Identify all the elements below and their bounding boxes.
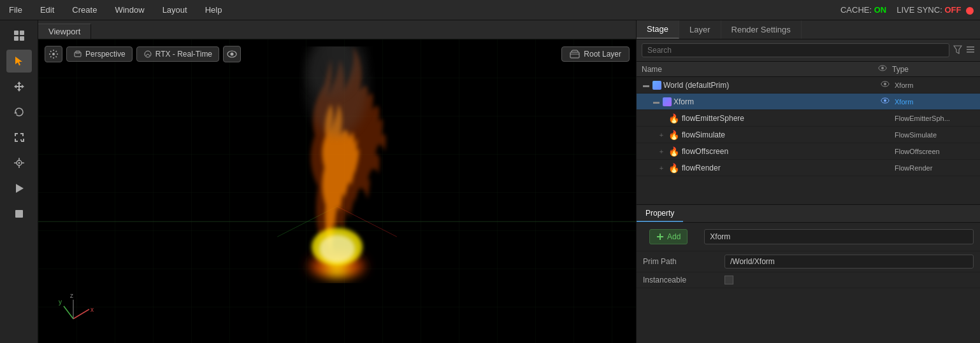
search-input[interactable] <box>642 43 949 57</box>
viewport-area: Viewport <box>38 20 636 343</box>
tab-stage[interactable]: Stage <box>637 20 679 39</box>
root-layer-btn[interactable]: Root Layer <box>561 46 630 62</box>
settings-btn[interactable] <box>45 46 62 62</box>
world-vis[interactable] <box>876 80 895 90</box>
tree-item-xform[interactable]: ▬ Xform Xform <box>637 94 980 110</box>
svg-rect-0 <box>14 31 18 35</box>
xform-type: Xform <box>895 98 977 106</box>
tree-item-flow-offscreen[interactable]: + 🔥 flowOffscreen FlowOffscreen <box>637 143 980 160</box>
viewport-tab[interactable]: Viewport <box>38 24 91 39</box>
fire-icon-offscreen: 🔥 <box>668 146 679 157</box>
stop-btn[interactable] <box>6 202 32 225</box>
grid-btn[interactable] <box>6 24 32 47</box>
xform-type-input[interactable] <box>704 229 974 244</box>
menu-file[interactable]: File <box>6 4 25 16</box>
svg-line-33 <box>73 309 89 319</box>
render-label: flowRender <box>682 164 876 172</box>
menubar: File Edit Create Window Layout Help CACH… <box>0 0 980 20</box>
world-label: World (defaultPrim) <box>663 81 876 90</box>
tab-property[interactable]: Property <box>637 205 683 222</box>
svg-text:y: y <box>59 298 62 305</box>
main-layout: Viewport <box>0 20 980 343</box>
select-btn[interactable] <box>6 50 32 73</box>
instanceable-checkbox[interactable] <box>724 276 733 284</box>
axis-indicator: x y z <box>51 290 96 330</box>
svg-rect-41 <box>967 49 974 50</box>
render-mode-btn[interactable]: RTX - Real-Time <box>136 46 219 62</box>
svg-rect-2 <box>14 36 18 41</box>
filter-icon[interactable] <box>953 45 962 56</box>
svg-rect-14 <box>15 210 23 218</box>
left-toolbar <box>0 20 38 343</box>
fire-effect <box>273 46 401 288</box>
svg-rect-40 <box>967 46 974 48</box>
viewport-content[interactable]: Perspective RTX - Real-Time <box>38 39 636 343</box>
menu-window[interactable]: Window <box>112 4 147 16</box>
play-btn[interactable] <box>6 177 32 200</box>
offscreen-label: flowOffscreen <box>682 147 876 156</box>
toggle-emitter <box>662 114 666 123</box>
tree-item-world[interactable]: ▬ World (defaultPrim) Xform <box>637 77 980 94</box>
property-instanceable-row: Instanceable <box>637 272 980 288</box>
rotate-btn[interactable] <box>6 101 32 123</box>
add-button[interactable]: Add <box>649 229 688 244</box>
svg-rect-50 <box>657 236 663 237</box>
simulate-label: flowSimulate <box>682 130 876 139</box>
svg-point-25 <box>52 53 55 55</box>
menu-edit[interactable]: Edit <box>38 4 57 16</box>
svg-rect-3 <box>20 36 24 41</box>
offscreen-type: FlowOffscreen <box>895 148 977 155</box>
move-btn[interactable] <box>6 75 32 98</box>
search-bar <box>637 39 980 62</box>
svg-marker-5 <box>14 81 24 92</box>
svg-marker-6 <box>14 111 17 114</box>
menu-create[interactable]: Create <box>69 4 99 16</box>
snap-btn[interactable] <box>6 151 32 174</box>
viewport-bg: Perspective RTX - Real-Time <box>38 39 636 343</box>
tab-layer[interactable]: Layer <box>679 20 721 39</box>
toggle-world[interactable]: ▬ <box>642 81 651 90</box>
livesync-dot <box>966 7 974 15</box>
fire-icon-emitter: 🔥 <box>668 113 679 123</box>
livesync-value: OFF <box>944 5 961 15</box>
emitter-type: FlowEmitterSph... <box>895 115 977 122</box>
toggle-offscreen[interactable]: + <box>657 147 666 156</box>
toggle-simulate[interactable]: + <box>657 130 666 139</box>
prim-path-label: Prim Path <box>643 257 719 266</box>
tree-item-flow-render[interactable]: + 🔥 flowRender FlowRender <box>637 160 980 176</box>
svg-point-46 <box>884 83 886 85</box>
svg-point-44 <box>881 67 884 69</box>
perspective-label: Perspective <box>85 50 126 59</box>
tree-item-flow-emitter[interactable]: 🔥 flowEmitterSphere FlowEmitterSph... <box>637 110 980 127</box>
root-layer-label: Root Layer <box>584 50 621 59</box>
render-type: FlowRender <box>895 164 977 172</box>
menu-icon[interactable] <box>966 45 975 56</box>
svg-point-24 <box>319 235 355 263</box>
world-icon <box>652 81 661 90</box>
fire-icon-render: 🔥 <box>668 163 679 173</box>
tab-render-settings[interactable]: Render Settings <box>721 20 802 39</box>
property-prim-path-row: Prim Path <box>637 251 980 272</box>
render-mode-label: RTX - Real-Time <box>155 50 212 59</box>
menu-help[interactable]: Help <box>203 4 225 16</box>
xform-vis[interactable] <box>876 97 895 106</box>
prim-path-input[interactable] <box>724 255 974 269</box>
svg-text:z: z <box>70 292 73 299</box>
tree-item-flow-simulate[interactable]: + 🔥 flowSimulate FlowSimulate <box>637 127 980 143</box>
toggle-xform[interactable]: ▬ <box>652 97 661 106</box>
world-type: Xform <box>895 81 977 89</box>
col-type-header: Type <box>892 65 975 74</box>
instanceable-label: Instanceable <box>643 276 719 284</box>
simulate-type: FlowSimulate <box>895 131 977 139</box>
xform-icon <box>663 97 672 106</box>
livesync-label: LIVE SYNC: OFF <box>897 5 974 15</box>
col-vis-header <box>873 64 892 74</box>
svg-point-8 <box>18 162 20 164</box>
menu-layout[interactable]: Layout <box>160 4 190 16</box>
toggle-render[interactable]: + <box>657 164 666 172</box>
visibility-btn[interactable] <box>223 46 241 62</box>
svg-marker-39 <box>954 46 962 53</box>
svg-point-30 <box>231 53 234 56</box>
scale-btn[interactable] <box>6 126 32 149</box>
perspective-btn[interactable]: Perspective <box>66 46 133 62</box>
